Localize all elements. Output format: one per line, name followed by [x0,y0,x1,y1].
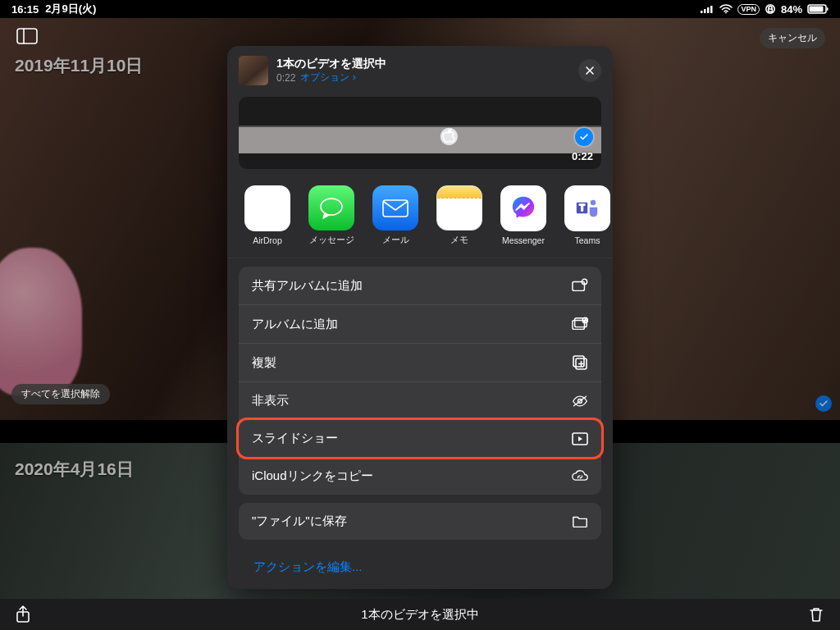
action-duplicate[interactable]: 複製 [239,343,601,381]
app-mail[interactable]: メール [372,185,419,247]
edit-actions-button[interactable]: アクションを編集... [239,548,601,582]
wifi-icon [719,4,733,14]
close-button[interactable] [578,59,601,82]
svg-rect-1 [704,9,706,13]
vpn-badge: VPN [737,4,760,15]
album-add-icon [572,316,588,332]
notes-icon [436,185,482,231]
svg-point-12 [264,205,271,212]
preview-duration: 0:22 [572,150,593,162]
action-save-files[interactable]: "ファイル"に保存 [239,503,601,540]
svg-rect-8 [810,7,824,12]
battery-icon [807,4,829,14]
svg-rect-9 [827,7,829,11]
action-add-album[interactable]: アルバムに追加 [239,304,601,343]
messages-icon [308,185,354,231]
action-label: 複製 [252,355,276,371]
eye-off-icon [572,394,588,409]
action-group-2: "ファイル"に保存 [239,503,601,540]
airdrop-icon [244,185,290,231]
action-label: 非表示 [252,393,289,409]
action-label: スライドショー [252,431,338,446]
toolbar: 1本のビデオを選択中 [0,599,840,630]
svg-rect-3 [710,6,713,13]
action-hide[interactable]: 非表示 [239,381,601,419]
app-airdrop[interactable]: AirDrop [244,185,291,247]
app-messenger[interactable]: Messenger [500,185,547,247]
svg-rect-2 [707,7,710,13]
deselect-all-button[interactable]: すべてを選択解除 [11,384,110,404]
sidebar-toggle-icon[interactable] [16,28,38,48]
action-add-shared-album[interactable]: 共有アルバムに追加 [239,267,601,304]
share-sheet-header: 1本のビデオを選択中 0:22 オプション › [227,46,613,94]
app-label: Teams [575,235,600,245]
status-date: 2月9日(火) [45,2,96,16]
app-label: Messenger [502,235,545,245]
app-label: メモ [450,235,468,246]
action-label: "ファイル"に保存 [252,514,347,529]
messenger-icon [500,185,546,231]
shared-album-icon [572,277,588,294]
app-teams[interactable]: T Teams [564,185,611,247]
app-label: メッセージ [309,235,354,246]
app-label: AirDrop [253,235,282,245]
svg-point-15 [321,199,342,215]
status-bar: 16:15 2月9日(火) VPN 84% [0,0,840,18]
svg-rect-16 [383,200,408,217]
orientation-lock-icon [765,3,776,15]
action-group-1: 共有アルバムに追加 アルバムに追加 複製 非表示 [239,267,601,495]
action-icloud-link[interactable]: iCloudリンクをコピー [239,457,601,495]
svg-rect-6 [769,9,773,11]
app-label: メール [382,235,409,246]
share-actions: 共有アルバムに追加 アルバムに追加 複製 非表示 [227,258,613,589]
svg-point-13 [261,202,274,215]
share-duration: 0:22 [276,72,295,84]
action-label: 共有アルバムに追加 [252,278,363,294]
cancel-button[interactable]: キャンセル [760,28,825,48]
share-icon[interactable] [15,605,31,624]
share-thumbnail [239,56,268,85]
share-apps-row[interactable]: AirDrop メッセージ メール メモ [227,169,613,259]
svg-rect-10 [17,29,37,43]
mail-icon [372,185,418,231]
battery-percent: 84% [781,3,802,16]
preview-check-icon[interactable] [575,128,593,146]
share-title: 1本のビデオを選択中 [276,57,386,71]
play-rect-icon [572,432,588,445]
toolbar-status: 1本のビデオを選択中 [361,607,478,623]
share-preview[interactable]: 0:22 [239,97,601,169]
svg-point-4 [725,12,727,14]
close-icon [585,66,595,75]
link-cloud-icon [572,469,588,484]
trash-icon[interactable] [807,605,825,623]
svg-rect-26 [573,356,584,367]
teams-icon: T [564,185,610,231]
action-label: iCloudリンクをコピー [252,468,373,484]
cell-signal-icon [700,4,714,14]
svg-text:T: T [579,203,585,212]
share-sheet: 1本のビデオを選択中 0:22 オプション › 0:22 [227,46,613,589]
svg-rect-0 [701,11,703,13]
action-label: アルバムに追加 [252,317,338,332]
svg-point-19 [590,199,596,206]
app-notes[interactable]: メモ [436,185,483,247]
action-slideshow[interactable]: スライドショー [239,419,601,457]
duplicate-icon [572,354,588,371]
apple-logo-icon [442,129,455,144]
status-time: 16:15 [11,3,39,16]
app-messages[interactable]: メッセージ [308,185,355,247]
folder-icon [572,514,588,529]
share-options-button[interactable]: オプション › [300,71,355,84]
